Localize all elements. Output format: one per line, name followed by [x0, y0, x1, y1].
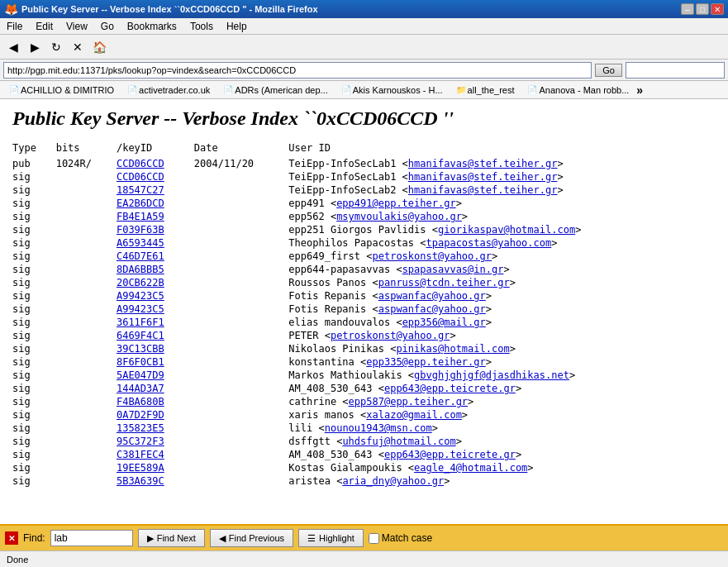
- keyid-link[interactable]: 135823E5: [117, 422, 164, 434]
- keyid-link[interactable]: CCD06CCD: [117, 171, 164, 183]
- maximize-button[interactable]: □: [696, 3, 709, 15]
- cell-keyid[interactable]: FB4E1A59: [117, 210, 194, 223]
- menu-view[interactable]: View: [59, 19, 94, 34]
- menu-bookmarks[interactable]: Bookmarks: [121, 19, 183, 34]
- cell-keyid[interactable]: 5AE047D9: [117, 369, 194, 382]
- bookmarks-more[interactable]: »: [636, 83, 643, 97]
- keyid-link[interactable]: 0A7D2F9D: [117, 409, 164, 421]
- match-case-checkbox[interactable]: [369, 533, 379, 544]
- cell-keyid[interactable]: 19EE589A: [117, 461, 194, 474]
- cell-keyid[interactable]: 5B3A639C: [117, 474, 194, 488]
- reload-button[interactable]: ↻: [46, 37, 66, 57]
- keyid-link[interactable]: 20CB622B: [117, 277, 164, 288]
- menu-go[interactable]: Go: [94, 19, 121, 34]
- cell-keyid[interactable]: CCD06CCD: [117, 170, 194, 183]
- keyid-link[interactable]: 18547C27: [117, 184, 164, 196]
- close-button[interactable]: ✕: [711, 3, 724, 15]
- cell-type: sig: [12, 250, 56, 263]
- cell-keyid[interactable]: 18547C27: [117, 183, 194, 197]
- keyid-link[interactable]: 19EE589A: [117, 462, 164, 474]
- cell-keyid[interactable]: C381FEC4: [117, 448, 194, 461]
- url-input[interactable]: [3, 62, 592, 79]
- find-prev-button[interactable]: ◀ Find Previous: [210, 529, 293, 547]
- keyid-link[interactable]: A99423C5: [117, 303, 164, 315]
- cell-type: sig: [12, 289, 56, 303]
- keyid-link[interactable]: FB4E1A59: [117, 211, 164, 222]
- bookmark-5[interactable]: 📁 all_the_rest: [450, 83, 521, 97]
- cell-keyid[interactable]: 8DA6BBB5: [117, 263, 194, 276]
- cell-keyid[interactable]: 8F6F0CB1: [117, 355, 194, 369]
- keyid-link[interactable]: 144AD3A7: [117, 383, 164, 394]
- minimize-button[interactable]: –: [681, 3, 694, 15]
- cell-keyid[interactable]: 6469F4C1: [117, 329, 194, 342]
- menu-edit[interactable]: Edit: [29, 19, 59, 34]
- cell-keyid[interactable]: 144AD3A7: [117, 382, 194, 395]
- cell-date: [194, 316, 289, 329]
- keyid-link[interactable]: F4BA680B: [117, 396, 164, 407]
- cell-keyid[interactable]: CCD06CCD: [117, 157, 194, 170]
- bookmark-2[interactable]: 📄 activetrader.co.uk: [121, 83, 216, 97]
- keyid-link[interactable]: CCD06CCD: [117, 158, 164, 169]
- bookmark-1[interactable]: 📄 ACHILLIO & DIMITRIO: [3, 83, 120, 97]
- cell-keyid[interactable]: EA2B6DCD: [117, 197, 194, 210]
- cell-keyid[interactable]: C46D7E61: [117, 250, 194, 263]
- keyid-link[interactable]: 6469F4C1: [117, 330, 164, 341]
- table-row: sigCCD06CCDTeiEpp-InfoSecLab1 <hmanifava…: [12, 170, 716, 183]
- cell-keyid[interactable]: 0A7D2F9D: [117, 408, 194, 422]
- cell-date: [194, 422, 289, 435]
- keyid-link[interactable]: 95C372F3: [117, 436, 164, 447]
- highlight-label: Highlight: [319, 533, 354, 543]
- home-button[interactable]: 🏠: [89, 37, 109, 57]
- find-input[interactable]: [50, 530, 133, 546]
- menubar: File Edit View Go Bookmarks Tools Help: [0, 18, 728, 35]
- toolbar: ◀ ▶ ↻ ✕ 🏠: [0, 35, 728, 60]
- cell-keyid[interactable]: 3611F6F1: [117, 316, 194, 329]
- bookmark-6[interactable]: 📄 Ananova - Man robb...: [521, 83, 635, 97]
- keyid-link[interactable]: A6593445: [117, 237, 164, 249]
- bookmark-3[interactable]: 📄 ADRs (American dep...: [217, 83, 333, 97]
- cell-keyid[interactable]: A6593445: [117, 236, 194, 250]
- cell-bits: [56, 197, 117, 210]
- keyid-link[interactable]: 8DA6BBB5: [117, 264, 164, 275]
- menu-tools[interactable]: Tools: [183, 19, 220, 34]
- cell-bits: [56, 435, 117, 448]
- cell-keyid[interactable]: A99423C5: [117, 303, 194, 316]
- cell-type: sig: [12, 263, 56, 276]
- bookmark-4[interactable]: 📄 Akis Karnouskos - H...: [335, 83, 449, 97]
- cell-keyid[interactable]: A99423C5: [117, 289, 194, 303]
- cell-keyid[interactable]: F4BA680B: [117, 395, 194, 408]
- cell-keyid[interactable]: 95C372F3: [117, 435, 194, 448]
- menu-file[interactable]: File: [0, 19, 29, 34]
- cell-bits: [56, 461, 117, 474]
- cell-keyid[interactable]: 20CB622B: [117, 276, 194, 289]
- cell-keyid[interactable]: 135823E5: [117, 422, 194, 435]
- keyid-link[interactable]: A99423C5: [117, 290, 164, 302]
- search-input[interactable]: [626, 62, 725, 79]
- keyid-link[interactable]: 5B3A639C: [117, 475, 164, 487]
- findbar-close-button[interactable]: ✕: [5, 531, 18, 545]
- cell-date: 2004/11/20: [194, 157, 289, 170]
- cell-keyid[interactable]: F039F63B: [117, 223, 194, 236]
- cell-bits: [56, 276, 117, 289]
- keyid-link[interactable]: 8F6F0CB1: [117, 356, 164, 368]
- highlight-button[interactable]: ☰ Highlight: [298, 529, 364, 547]
- cell-date: [194, 369, 289, 382]
- table-row: sigA99423C5Fotis Repanis <aspwanfac@yaho…: [12, 289, 716, 303]
- keyid-link[interactable]: C46D7E61: [117, 250, 164, 262]
- cell-bits: [56, 223, 117, 236]
- keyid-link[interactable]: 5AE047D9: [117, 369, 164, 381]
- keyid-link[interactable]: F039F63B: [117, 224, 164, 236]
- menu-help[interactable]: Help: [220, 19, 254, 34]
- keyid-link[interactable]: C381FEC4: [117, 449, 164, 460]
- find-next-button[interactable]: ▶ Find Next: [138, 529, 205, 547]
- keyid-link[interactable]: EA2B6DCD: [117, 198, 164, 209]
- table-row: pub1024R/CCD06CCD2004/11/20TeiEpp-InfoSe…: [12, 157, 716, 170]
- cell-keyid[interactable]: 39C13CBB: [117, 342, 194, 355]
- keyid-link[interactable]: 3611F6F1: [117, 317, 164, 328]
- go-button[interactable]: Go: [595, 64, 622, 77]
- cell-type: sig: [12, 342, 56, 355]
- keyid-link[interactable]: 39C13CBB: [117, 343, 164, 355]
- back-button[interactable]: ◀: [3, 37, 23, 57]
- stop-button[interactable]: ✕: [68, 37, 88, 57]
- forward-button[interactable]: ▶: [25, 37, 45, 57]
